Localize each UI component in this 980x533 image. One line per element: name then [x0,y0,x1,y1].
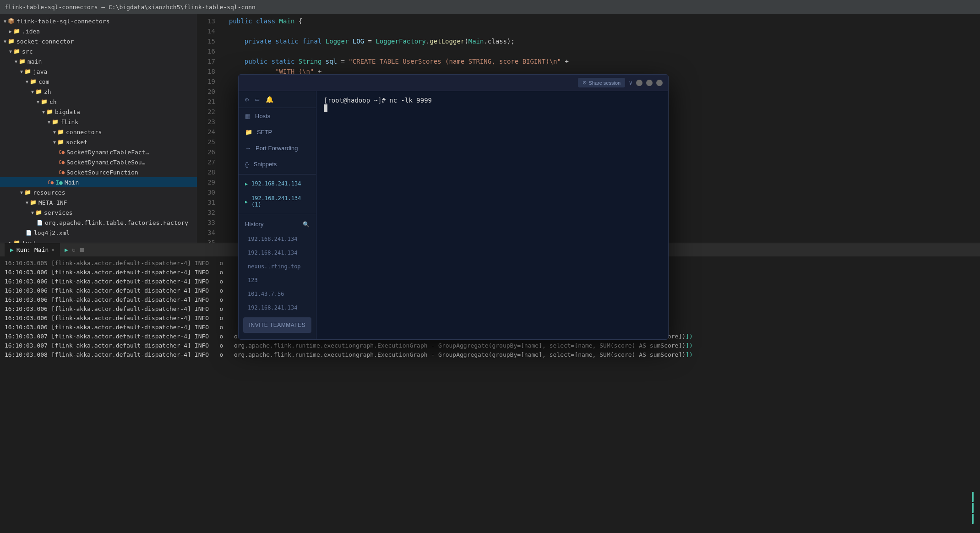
sftp-label: SFTP [257,129,272,136]
search-icon[interactable]: 🔍 [303,221,310,228]
tree-item-log4j2[interactable]: 📄 log4j2.xml [0,228,197,238]
tree-item-bigdata[interactable]: ▼ 📁 bigdata [0,107,197,117]
folder-icon: 📁 [46,109,53,115]
terminal-cursor-line [324,104,661,112]
history-entry-4[interactable]: 123 [239,273,316,287]
term-line: 16:10:03.008 [flink-akka.actor.default-d… [5,350,975,359]
history-section: History 🔍 192.168.241.134 192.168.241.13… [239,216,316,315]
tree-item-meta-inf[interactable]: ▼ 📁 META-INF [0,197,197,207]
tree-item-resources[interactable]: ▼ 📁 resources [0,187,197,197]
folder-icon: 📁 [41,98,48,105]
settings-icon[interactable]: ⚙ [245,96,249,103]
tree-label: org.apache.flink.table.factories.Factory [45,219,188,226]
chevron-icon: ▼ [26,200,28,205]
java-file-icon: C● [59,149,65,155]
port-forwarding-menu-item[interactable]: → Port Forwarding [239,140,316,156]
folder-icon: 📁 [19,58,26,65]
tree-label: services [44,209,73,216]
title-bar: flink-table-sql-connectors – C:\bigdata\… [0,0,980,14]
tree-label: META-INF [38,199,67,206]
folder-icon: 📁 [13,28,20,34]
reload-icon[interactable]: ↻ [72,246,76,253]
sftp-menu-item[interactable]: 📁 SFTP [239,124,316,140]
chevron-icon: ▼ [31,210,34,215]
tree-label: socket [66,139,87,146]
hosts-label: Hosts [255,113,270,120]
tree-item-socket-dynamic-table-fact[interactable]: C● SocketDynamicTableFact… [0,147,197,157]
folder-icon: 📁 [30,199,37,206]
tree-item-ch[interactable]: ▼ 📁 ch [0,97,197,107]
minimize-button[interactable] [636,80,642,86]
file-icon: 📄 [37,220,43,226]
tree-label: java [33,68,47,75]
tree-item-services[interactable]: ▼ 📁 services [0,207,197,218]
play-icon[interactable]: ▶ [65,246,68,253]
sftp-icon: 📁 [245,129,252,136]
tree-item-factory[interactable]: 📄 org.apache.flink.table.factories.Facto… [0,218,197,228]
tree-item-zh[interactable]: ▼ 📁 zh [0,87,197,97]
invite-teammates-button[interactable]: INVITE TEAMMATES [243,317,311,333]
divider [239,174,316,174]
chevron-icon: ▼ [26,79,28,84]
folder-icon: 📁 [35,209,42,216]
chevron-icon: ▼ [4,39,6,44]
tree-label: connectors [66,129,102,136]
history-entry-6[interactable]: 192.168.241.134 [239,301,316,315]
tree-item-socket-source-function[interactable]: C● SocketSourceFunction [0,167,197,177]
history-entry-5[interactable]: 101.43.7.56 [239,287,316,301]
terminal-left-panel: ⚙ ▭ 🔔 ▦ Hosts 📁 SFTP → Port Forwarding {… [239,91,316,339]
tree-item-idea[interactable]: ▶ 📁 .idea [0,26,197,36]
tree-label: com [38,78,49,85]
tree-label: socket-connector [16,38,74,45]
snippets-menu-item[interactable]: {} Snippets [239,156,316,172]
tree-item-main-java[interactable]: C● I● Main [0,177,197,187]
stop-icon[interactable]: ⏹ [79,246,85,253]
chevron-icon: ▼ [48,120,50,125]
maximize-button[interactable] [646,80,653,86]
tree-label: log4j2.xml [34,229,70,236]
ssh-terminal-window: ⊙ Share session ∨ ⚙ ▭ 🔔 ▦ Hosts 📁 SFTP [238,74,669,340]
chevron-icon: ▼ [31,89,34,94]
terminal-left-icons: ⚙ ▭ 🔔 [239,91,316,108]
tree-item-src[interactable]: ▼ 📁 src [0,46,197,56]
share-session-button[interactable]: ⊙ Share session [578,78,625,87]
tree-item-socket-connector[interactable]: ▼ 📁 socket-connector [0,36,197,46]
connection-item-1[interactable]: ▶ 192.168.241.134 [239,176,316,191]
tree-item-com[interactable]: ▼ 📁 com [0,76,197,87]
bell-icon[interactable]: 🔔 [266,96,273,103]
port-forwarding-icon: → [245,145,251,152]
history-entry-3[interactable]: nexus.lrting.top [239,260,316,273]
history-ip: 101.43.7.56 [248,291,284,297]
code-line [229,46,980,56]
snippets-icon: {} [245,161,249,168]
folder-icon: 📁 [57,139,64,145]
connection-label: 192.168.241.134 [251,180,301,187]
tree-item-flink[interactable]: ▼ 📁 flink [0,117,197,127]
java-file-icon: C● [59,159,65,165]
tree-label: main [27,58,42,65]
close-button[interactable] [656,80,663,86]
terminal-right-panel[interactable]: [root@hadoop ~]# nc -lk 9999 [316,91,668,339]
history-entry-2[interactable]: 192.168.241.134 [239,246,316,260]
connection-item-2[interactable]: ▶ 192.168.241.134 (1) [239,191,316,212]
interface-icon: I● [55,179,63,186]
tree-item-connectors[interactable]: ▼ 📁 connectors [0,127,197,137]
chevron-icon: ▼ [15,59,17,64]
chevron-down-icon[interactable]: ∨ [629,79,632,86]
prompt-text: [root@hadoop ~]# nc -lk 9999 [324,97,432,104]
tree-item-java[interactable]: ▼ 📁 java [0,66,197,76]
folder-icon: 📁 [35,88,42,95]
tree-root[interactable]: ▼ 📦 flink-table-sql-connectors [0,16,197,26]
terminal-prompt: [root@hadoop ~]# nc -lk 9999 [324,97,661,104]
screen-icon[interactable]: ▭ [255,96,259,103]
run-tab[interactable]: ▶ Run: Main ✕ [5,243,60,257]
tree-item-main[interactable]: ▼ 📁 main [0,56,197,66]
history-entry-1[interactable]: 192.168.241.134 [239,232,316,246]
tree-item-socket-folder[interactable]: ▼ 📁 socket [0,137,197,147]
hosts-menu-item[interactable]: ▦ Hosts [239,108,316,124]
terminal-titlebar: ⊙ Share session ∨ [239,75,668,91]
tab-close-icon[interactable]: ✕ [51,247,54,253]
file-tree: ▼ 📦 flink-table-sql-connectors ▶ 📁 .idea… [0,14,197,256]
tree-item-socket-dynamic-table-sou[interactable]: C● SocketDynamicTableSou… [0,157,197,167]
tree-label: zh [44,88,51,95]
